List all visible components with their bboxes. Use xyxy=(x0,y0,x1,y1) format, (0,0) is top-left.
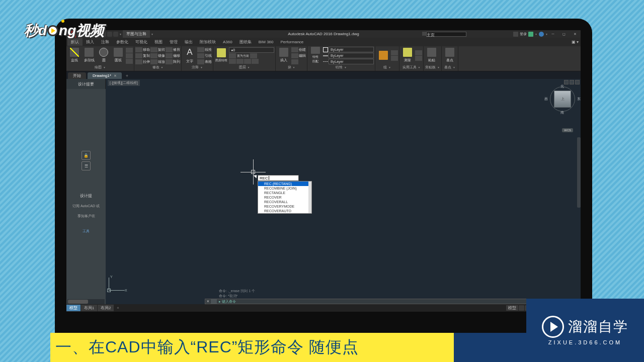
leader-button[interactable]: 引线 xyxy=(205,53,212,58)
status-model-label[interactable]: 模型 xyxy=(506,305,518,311)
ribbon-tab-bim360[interactable]: BIM 360 xyxy=(255,39,277,45)
maximize-button[interactable]: ◻ xyxy=(558,30,570,38)
viewport-close-icon[interactable] xyxy=(575,80,580,84)
text-button[interactable]: A文字 xyxy=(183,47,197,64)
ribbon-tab-addon[interactable]: 附加模块 xyxy=(196,38,219,46)
autocomplete-item[interactable]: RECOVERYMODE xyxy=(258,204,311,209)
trim-button[interactable]: 修剪 xyxy=(173,47,180,52)
viewport-label[interactable]: [-][俯视][二维线框] xyxy=(108,80,140,86)
mirror-button[interactable]: 镜像 xyxy=(158,53,165,58)
draw-util-1[interactable] xyxy=(126,48,133,53)
autocomplete-item[interactable]: RECTANGLE xyxy=(258,191,311,195)
help-icon[interactable] xyxy=(539,32,544,37)
title-search-field[interactable]: 主页 xyxy=(426,32,466,37)
start-tab[interactable]: 开始 xyxy=(68,72,86,79)
layout-tab-1[interactable]: 布局1 xyxy=(81,305,98,311)
navbar[interactable] xyxy=(577,137,581,208)
titlefield-icon[interactable] xyxy=(422,32,426,36)
insertblock-button[interactable]: 插入 xyxy=(277,47,291,64)
offset-button[interactable]: 偏移 xyxy=(173,53,180,58)
circle-button[interactable]: 圆 xyxy=(97,47,111,64)
ribbon-tab-manage[interactable]: 管理 xyxy=(166,38,181,46)
mirror-icon[interactable] xyxy=(150,53,157,58)
drawing-canvas[interactable]: [-][俯视][二维线框] REC REC (RECTANG) RECOMBIN… xyxy=(106,79,581,304)
exchange-icon[interactable] xyxy=(528,32,533,37)
uu1[interactable] xyxy=(415,50,422,55)
cmdline-config-icon[interactable] xyxy=(211,299,217,304)
makecurrent-icon[interactable] xyxy=(229,53,236,58)
compass-n[interactable]: 北 xyxy=(560,84,564,89)
leader-icon[interactable] xyxy=(197,53,204,58)
workspace-label[interactable]: 草图与注释 xyxy=(123,30,150,38)
rotate-button[interactable]: 旋转 xyxy=(158,47,165,52)
matchlayer-icon[interactable] xyxy=(250,53,257,58)
arc-button[interactable]: 圆弧 xyxy=(111,47,125,64)
autocomplete-scrollbar[interactable] xyxy=(308,182,311,213)
workspace-dropdown-icon[interactable]: ▼ xyxy=(151,33,153,36)
fillet-icon[interactable] xyxy=(166,53,173,58)
viewport-max-icon[interactable] xyxy=(570,80,574,84)
base-button[interactable]: 基点 xyxy=(443,47,457,64)
ribbon-tab-performance[interactable]: Performance xyxy=(277,39,307,45)
viewport-min-icon[interactable] xyxy=(564,80,569,84)
compass-e[interactable]: 东 xyxy=(577,97,581,102)
layer-util1[interactable] xyxy=(229,59,236,64)
status-grid-icon[interactable] xyxy=(519,305,524,311)
layer-dropdown[interactable]: ● 0 xyxy=(229,47,274,53)
panel-h-scrollbar[interactable] xyxy=(67,299,105,304)
ribbon-tab-visualize[interactable]: 可视化 xyxy=(132,38,151,46)
matchprops-button[interactable]: 特性匹配 xyxy=(308,47,323,64)
layerprops-button[interactable]: 图层特性 xyxy=(214,47,228,64)
move-icon[interactable] xyxy=(135,47,142,52)
lineweight-dropdown[interactable]: ByLayer xyxy=(329,53,374,58)
move-button[interactable]: 移动 xyxy=(143,47,150,52)
scale-icon[interactable] xyxy=(150,59,157,64)
scale-button[interactable]: 缩放 xyxy=(158,59,165,64)
layout-tab-2[interactable]: 布局2 xyxy=(98,305,114,311)
wcs-label[interactable]: WCS xyxy=(562,128,573,132)
redo-icon[interactable] xyxy=(113,32,118,37)
autocomplete-item[interactable]: RECOMBINE (JOIN) xyxy=(258,186,311,191)
line-button[interactable]: 直线 xyxy=(67,47,82,64)
measure-button[interactable]: 测量 xyxy=(400,47,415,64)
gu2[interactable] xyxy=(391,56,398,61)
color-swatch[interactable] xyxy=(323,47,328,52)
layer-makecurrent[interactable]: 置为当前 xyxy=(237,54,249,58)
layout-tab-model[interactable]: 模型 xyxy=(66,305,81,311)
signin-label[interactable]: 登录 xyxy=(520,32,527,37)
block-util[interactable] xyxy=(291,59,298,64)
layer-util4[interactable] xyxy=(252,59,259,64)
createblock-button[interactable]: 创建 xyxy=(299,47,306,52)
qat-dropdown-icon[interactable]: ▼ xyxy=(119,33,122,36)
linetype-dropdown[interactable]: ByLayer xyxy=(329,59,374,64)
panel-link[interactable]: 工具 xyxy=(69,229,103,234)
cmdline-prompt[interactable]: ▸ 键入命令 xyxy=(219,299,236,304)
compass-s[interactable]: 南 xyxy=(560,110,564,115)
stretch-button[interactable]: 拉伸 xyxy=(143,59,150,64)
ribbon-tab-view[interactable]: 视图 xyxy=(151,38,166,46)
exchange-dd-icon[interactable]: ▼ xyxy=(535,33,537,36)
table-icon[interactable] xyxy=(197,59,204,64)
array-button[interactable]: 阵列 xyxy=(173,59,180,64)
draw-util-3[interactable] xyxy=(126,59,133,64)
dynamic-input[interactable]: REC xyxy=(258,175,299,181)
dim-icon[interactable] xyxy=(197,47,204,52)
stretch-icon[interactable] xyxy=(135,59,142,64)
rotate-icon[interactable] xyxy=(150,47,157,52)
gu1[interactable] xyxy=(391,50,398,55)
polyline-button[interactable]: 多段线 xyxy=(82,47,96,64)
drawing-tab[interactable]: Drawing1*✕ xyxy=(88,72,122,79)
autocomplete-item[interactable]: RECOVERAUTO xyxy=(258,209,311,213)
editblock-button[interactable]: 编辑 xyxy=(299,53,306,58)
paste-button[interactable]: 粘贴 xyxy=(425,47,439,64)
tab-close-icon[interactable]: ✕ xyxy=(114,74,117,78)
group-button[interactable] xyxy=(376,47,390,64)
ribbon-tab-a360[interactable]: A360 xyxy=(219,39,236,45)
layout-add-button[interactable]: + xyxy=(114,305,121,311)
cmdline-close-icon[interactable]: ✕ xyxy=(205,299,211,304)
viewcube-face[interactable]: 上 xyxy=(554,90,571,108)
table-button[interactable]: 表格 xyxy=(205,59,212,64)
new-tab-button[interactable]: + xyxy=(124,72,130,79)
ribbon-collapse-icon[interactable]: ▣ ▾ xyxy=(572,40,581,44)
user-icon[interactable] xyxy=(513,32,518,37)
